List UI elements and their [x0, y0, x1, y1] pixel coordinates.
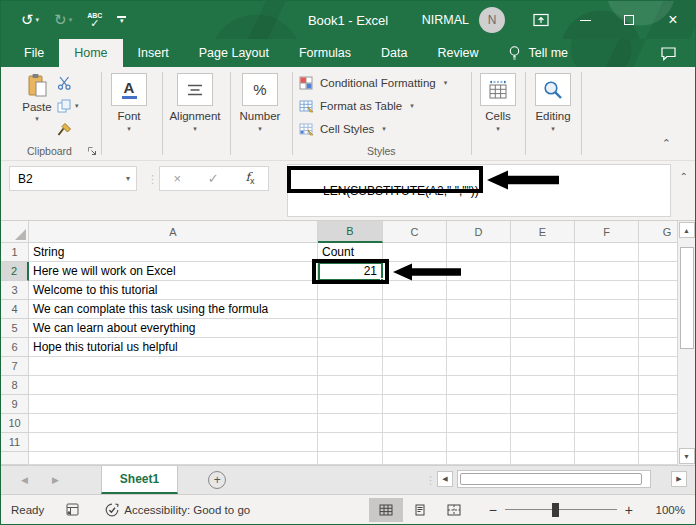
paste-dropdown-icon[interactable]: ▾ — [35, 115, 39, 123]
row-header-5[interactable]: 5 — [1, 319, 29, 338]
cell-D3[interactable] — [447, 281, 511, 300]
record-macro-button[interactable] — [66, 503, 79, 516]
row-header-7[interactable]: 7 — [1, 357, 29, 376]
alignment-dropdown-icon[interactable]: ▾ — [193, 125, 197, 133]
cell-D5[interactable] — [447, 319, 511, 338]
cell-C5[interactable] — [383, 319, 447, 338]
undo-button[interactable]: ↺ ▾ — [21, 13, 39, 28]
column-header-F[interactable]: F — [575, 221, 639, 243]
cell-D1[interactable] — [447, 243, 511, 262]
row-header-2[interactable]: 2 — [1, 262, 29, 281]
enter-icon[interactable]: ✓ — [208, 171, 219, 186]
cell-F2[interactable] — [575, 262, 639, 281]
tab-page-layout[interactable]: Page Layout — [184, 39, 284, 67]
cell-B10[interactable] — [318, 414, 383, 433]
row-header-11[interactable]: 11 — [1, 433, 29, 452]
cell-D11[interactable] — [447, 433, 511, 452]
cell-C1[interactable] — [383, 243, 447, 262]
format-as-table-dropdown-icon[interactable]: ▾ — [410, 102, 414, 110]
avatar[interactable]: N — [479, 7, 505, 33]
cell-F10[interactable] — [575, 414, 639, 433]
cell-B3[interactable] — [318, 281, 383, 300]
alignment-group-button[interactable]: Alignment ▾ — [163, 73, 227, 133]
cell-E1[interactable] — [511, 243, 575, 262]
cell-E8[interactable] — [511, 376, 575, 395]
hscroll-right-button[interactable]: ▶ — [671, 471, 687, 487]
next-sheet-icon[interactable]: ▶ — [52, 475, 59, 485]
horizontal-scroll-thumb[interactable] — [460, 473, 642, 485]
cell-B9[interactable] — [318, 395, 383, 414]
column-header-C[interactable]: C — [383, 221, 447, 243]
vertical-scroll-thumb[interactable] — [680, 247, 694, 349]
copy-button[interactable]: ▾ — [57, 98, 79, 113]
cell-D10[interactable] — [447, 414, 511, 433]
cell-E4[interactable] — [511, 300, 575, 319]
minimize-button[interactable] — [563, 1, 607, 39]
format-painter-button[interactable] — [57, 121, 79, 136]
zoom-in-button[interactable]: + — [625, 502, 633, 518]
cell-D2[interactable] — [447, 262, 511, 281]
cell-F11[interactable] — [575, 433, 639, 452]
tab-review[interactable]: Review — [422, 39, 493, 67]
cell-B8[interactable] — [318, 376, 383, 395]
editing-group-button[interactable]: Editing ▾ — [521, 73, 585, 133]
number-group-button[interactable]: % Number ▾ — [228, 73, 292, 133]
cell-C7[interactable] — [383, 357, 447, 376]
ribbon-display-options-button[interactable] — [519, 1, 563, 39]
row-header-6[interactable]: 6 — [1, 338, 29, 357]
column-header-E[interactable]: E — [511, 221, 575, 243]
scroll-up-button[interactable]: ▲ — [679, 222, 695, 238]
editing-dropdown-icon[interactable]: ▾ — [551, 125, 555, 133]
sheet-tab-sheet1[interactable]: Sheet1 — [101, 466, 178, 494]
cell-A7[interactable] — [29, 357, 318, 376]
cell-F4[interactable] — [575, 300, 639, 319]
paste-button[interactable]: Paste ▾ — [17, 73, 57, 123]
cut-button[interactable] — [57, 75, 79, 90]
new-sheet-button[interactable]: + — [208, 471, 226, 489]
cell-A9[interactable] — [29, 395, 318, 414]
name-box-dropdown-icon[interactable]: ▾ — [126, 174, 130, 183]
row-header-1[interactable]: 1 — [1, 243, 29, 262]
row-header-4[interactable]: 4 — [1, 300, 29, 319]
select-all-button[interactable] — [1, 221, 29, 243]
accessibility-checker[interactable]: Accessibility: Good to go — [105, 503, 250, 517]
cell-F5[interactable] — [575, 319, 639, 338]
cell-A8[interactable] — [29, 376, 318, 395]
user-name[interactable]: NIRMAL — [422, 13, 469, 27]
cell-D4[interactable] — [447, 300, 511, 319]
cells-dropdown-icon[interactable]: ▾ — [496, 125, 500, 133]
spelling-button[interactable]: ABC ✓ — [87, 12, 102, 28]
cell-C10[interactable] — [383, 414, 447, 433]
cell-A11[interactable] — [29, 433, 318, 452]
comments-button[interactable] — [660, 39, 677, 67]
font-dropdown-icon[interactable]: ▾ — [127, 125, 131, 133]
redo-button[interactable]: ↻ ▾ — [54, 13, 72, 28]
cell-C2[interactable] — [383, 262, 447, 281]
zoom-slider-thumb[interactable] — [552, 503, 559, 517]
cell-B2-selected[interactable]: 21 — [318, 262, 383, 281]
copy-dropdown-icon[interactable]: ▾ — [75, 102, 79, 110]
cell-D8[interactable] — [447, 376, 511, 395]
cell-D9[interactable] — [447, 395, 511, 414]
cell-A3[interactable]: Welcome to this tutorial — [29, 281, 318, 300]
cell-B1[interactable]: Count — [318, 243, 383, 262]
cell-B7[interactable] — [318, 357, 383, 376]
cell-F8[interactable] — [575, 376, 639, 395]
cell-F1[interactable] — [575, 243, 639, 262]
fill-handle[interactable] — [380, 278, 384, 282]
cancel-icon[interactable]: × — [173, 171, 181, 186]
cell-B5[interactable] — [318, 319, 383, 338]
cell-B11[interactable] — [318, 433, 383, 452]
tab-formulas[interactable]: Formulas — [284, 39, 366, 67]
tab-data[interactable]: Data — [366, 39, 422, 67]
column-header-B[interactable]: B — [318, 221, 383, 243]
vertical-scrollbar[interactable]: ▲ ▼ — [677, 221, 695, 465]
prev-sheet-icon[interactable]: ◀ — [21, 475, 28, 485]
cell-F9[interactable] — [575, 395, 639, 414]
cell-B4[interactable] — [318, 300, 383, 319]
zoom-out-button[interactable]: − — [489, 502, 497, 518]
cell-E2[interactable] — [511, 262, 575, 281]
page-layout-view-button[interactable] — [403, 498, 437, 522]
cell-B6[interactable] — [318, 338, 383, 357]
tab-home[interactable]: Home — [59, 39, 122, 67]
